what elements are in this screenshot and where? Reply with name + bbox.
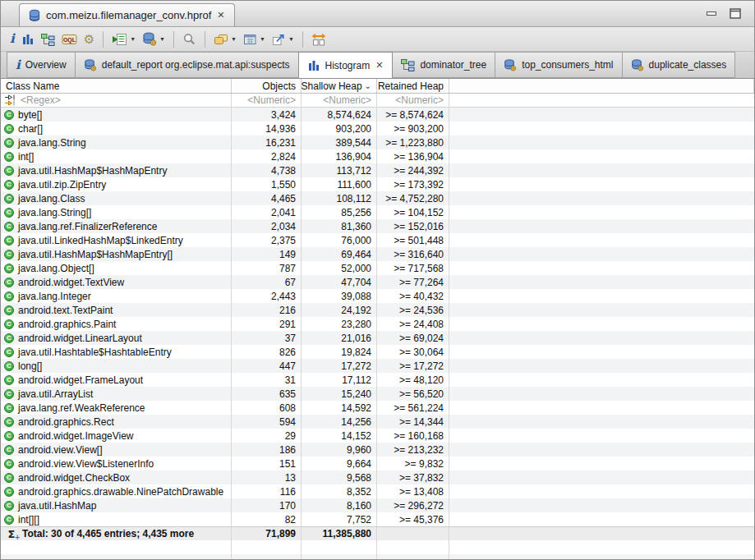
- table-row[interactable]: C android.widget.CheckBox 13 9,568 >= 37…: [1, 470, 754, 484]
- class-icon: C: [4, 250, 14, 259]
- close-icon[interactable]: ✕: [375, 61, 384, 70]
- table-row[interactable]: C java.util.Hashtable$HashtableEntry 826…: [1, 345, 754, 359]
- table-row[interactable]: C java.util.ArrayList 635 15,240 >= 56,5…: [1, 387, 754, 401]
- table-row[interactable]: C android.graphics.Paint 291 23,280 >= 2…: [1, 317, 754, 331]
- retained-heap-value: >= 17,272: [377, 359, 449, 373]
- class-icon: C: [4, 138, 14, 148]
- dominator-tree-button[interactable]: [38, 30, 58, 49]
- table-row[interactable]: C long[] 447 17,272 >= 17,272: [1, 359, 754, 373]
- editor-tab-heap-dump[interactable]: com.meizu.filemanager_conv.hprof ✕: [19, 3, 235, 26]
- view-tab-default_report[interactable]: default_report org.eclipse.mat.api:suspe…: [75, 52, 299, 78]
- table-row[interactable]: C java.lang.ref.FinalizerReference 2,034…: [1, 219, 754, 233]
- class-icon: C: [4, 361, 14, 371]
- class-name-label: java.util.HashMap$HashMapEntry: [18, 165, 167, 177]
- dropdown-arrow-icon[interactable]: ▼: [231, 36, 237, 42]
- report-icon: [84, 59, 97, 71]
- table-row[interactable]: C java.lang.Integer 2,443 39,088 >= 40,4…: [1, 289, 754, 303]
- total-objects-value: 71,899: [232, 527, 302, 540]
- objects-value: 31: [232, 373, 302, 387]
- info-button[interactable]: i: [7, 30, 18, 49]
- class-name-label: android.widget.TextView: [18, 277, 124, 288]
- table-row[interactable]: C java.lang.Class 4,465 108,112 >= 4,752…: [1, 191, 754, 205]
- objects-value: 216: [232, 303, 302, 317]
- dominator-tree-icon: [41, 33, 55, 46]
- table-row[interactable]: C java.lang.ref.WeakReference 608 14,592…: [1, 401, 754, 415]
- table-row[interactable]: C android.graphics.drawable.NinePatchDra…: [1, 484, 754, 498]
- table-row[interactable]: C android.widget.LinearLayout 37 21,016 …: [1, 331, 754, 345]
- class-name-label: android.widget.CheckBox: [18, 472, 130, 484]
- dropdown-arrow-icon[interactable]: ▼: [159, 36, 165, 42]
- table-row[interactable]: C char[] 14,936 903,200 >= 903,200: [1, 122, 754, 135]
- compare-tables-button[interactable]: [308, 30, 329, 49]
- objects-value: 2,443: [232, 289, 302, 303]
- retained-heap-value: >= 77,264: [377, 275, 449, 289]
- table-row[interactable]: C java.util.HashMap$HashMapEntry[] 149 6…: [1, 247, 754, 261]
- class-icon: C: [4, 501, 14, 511]
- table-row[interactable]: C java.lang.Object[] 787 52,000 >= 717,5…: [1, 261, 754, 275]
- view-tab-top_consumers_html[interactable]: top_consumers_html: [495, 52, 622, 78]
- view-tab-dominator_tree[interactable]: dominator_tree: [392, 52, 495, 78]
- objects-filter-input[interactable]: <Numeric>: [232, 94, 302, 107]
- objects-value: 826: [232, 345, 302, 359]
- table-row[interactable]: C java.util.HashMap$HashMapEntry 4,738 1…: [1, 163, 754, 177]
- close-icon[interactable]: ✕: [216, 11, 225, 20]
- view-tab-histogram[interactable]: Histogram ✕: [298, 52, 394, 79]
- export-button[interactable]: ▼: [269, 30, 297, 49]
- class-name-label: java.lang.String[]: [18, 207, 91, 218]
- table-row[interactable]: C byte[] 3,424 8,574,624 >= 8,574,624: [1, 108, 754, 122]
- table-row[interactable]: C java.util.LinkedHashMap$LinkedEntry 2,…: [1, 233, 754, 247]
- table-row[interactable]: C java.util.zip.ZipEntry 1,550 111,600 >…: [1, 177, 754, 191]
- shallow-heap-value: 9,664: [302, 457, 377, 470]
- table-row[interactable]: C int[][] 82 7,752 >= 45,376: [1, 512, 754, 526]
- info-icon: i: [10, 33, 15, 45]
- class-icon: C: [4, 417, 14, 427]
- query-browser-button[interactable]: ▼: [139, 30, 168, 49]
- column-header-objects[interactable]: Objects: [232, 79, 302, 93]
- column-header-shallow-heap[interactable]: Shallow Heap⌄: [302, 79, 377, 93]
- run-expert-test-button[interactable]: ▼: [108, 30, 139, 49]
- retained-heap-value: >= 13,408: [377, 484, 449, 498]
- svg-text:OQL: OQL: [63, 36, 76, 43]
- info-icon: i: [16, 59, 21, 71]
- table-row[interactable]: C java.lang.String[] 2,041 85,256 >= 104…: [1, 205, 754, 219]
- histogram-button[interactable]: [18, 30, 38, 49]
- view-tab-label: top_consumers_html: [522, 59, 613, 71]
- class-icon: C: [4, 459, 14, 469]
- maximize-icon[interactable]: [730, 8, 741, 19]
- table-row[interactable]: C android.widget.FrameLayout 31 17,112 >…: [1, 373, 754, 387]
- table-row[interactable]: C android.view.View$ListenerInfo 151 9,6…: [1, 457, 754, 470]
- query-browser-icon: [142, 32, 157, 46]
- shallow-heap-filter-input[interactable]: <Numeric>: [302, 94, 377, 107]
- table-row[interactable]: C int[] 2,824 136,904 >= 136,904: [1, 149, 754, 163]
- objects-value: 291: [232, 317, 302, 331]
- table-row[interactable]: C android.widget.ImageView 29 14,152 >= …: [1, 429, 754, 443]
- settings-gear-button[interactable]: ⚙: [81, 30, 98, 49]
- oql-button[interactable]: OQL: [58, 30, 81, 49]
- table-row[interactable]: C android.widget.TextView 67 47,704 >= 7…: [1, 275, 754, 289]
- view-tab-overview[interactable]: i Overview: [7, 52, 76, 78]
- class-name-label: java.util.ArrayList: [18, 388, 93, 400]
- search-button[interactable]: [179, 30, 200, 49]
- regex-filter-input[interactable]: <Regex>: [1, 94, 232, 107]
- objects-value: 594: [232, 415, 302, 429]
- table-row[interactable]: C android.graphics.Rect 594 14,256 >= 14…: [1, 415, 754, 429]
- table-row[interactable]: C android.text.TextPaint 216 24,192 >= 2…: [1, 303, 754, 317]
- calculator-button[interactable]: ▼: [240, 30, 269, 49]
- table-row[interactable]: C java.util.HashMap 170 8,160 >= 296,272: [1, 498, 754, 512]
- class-name-label: java.lang.ref.WeakReference: [18, 402, 145, 414]
- minimize-icon[interactable]: [707, 11, 716, 16]
- class-icon: C: [4, 236, 14, 246]
- dropdown-arrow-icon[interactable]: ▼: [260, 36, 265, 42]
- column-header-retained-heap[interactable]: Retained Heap: [377, 79, 449, 93]
- retained-heap-filter-input[interactable]: <Numeric>: [377, 94, 449, 107]
- dropdown-arrow-icon[interactable]: ▼: [130, 36, 136, 42]
- dropdown-arrow-icon[interactable]: ▼: [288, 36, 294, 42]
- empty-row: [1, 540, 754, 554]
- column-header-class-name[interactable]: Class Name: [1, 79, 232, 93]
- table-row[interactable]: C android.view.View[] 186 9,960 >= 213,2…: [1, 443, 754, 457]
- view-tab-duplicate_classes[interactable]: duplicate_classes: [622, 52, 736, 78]
- filter-arrows-icon: [4, 94, 16, 106]
- table-row[interactable]: C java.lang.String 16,231 389,544 >= 1,2…: [1, 135, 754, 149]
- class-name-label: android.widget.LinearLayout: [18, 333, 142, 344]
- group-result-button[interactable]: ▼: [210, 30, 240, 49]
